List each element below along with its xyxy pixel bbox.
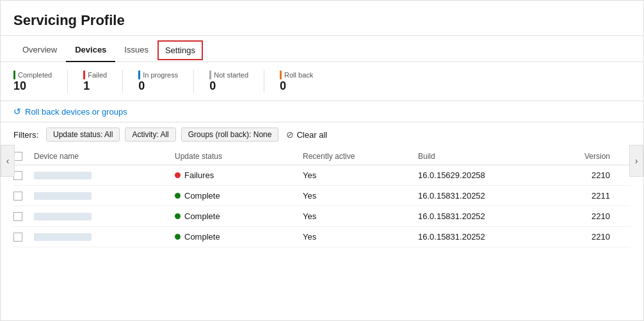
tab-settings[interactable]: Settings bbox=[157, 40, 203, 60]
table-row: Complete Yes 16.0.15831.20252 2210 bbox=[13, 227, 631, 247]
stat-divider-2 bbox=[122, 70, 123, 93]
row4-status-dot bbox=[175, 234, 181, 240]
clear-all-label: Clear all bbox=[296, 130, 327, 140]
row1-status-label: Failures bbox=[184, 170, 214, 180]
nav-left-arrow[interactable]: ‹ bbox=[1, 145, 15, 177]
table-row: Failures Yes 16.0.15629.20258 2210 bbox=[13, 165, 631, 186]
page-title: Servicing Profile bbox=[13, 12, 631, 29]
tabs-bar: Overview Devices Issues Settings bbox=[1, 38, 643, 62]
clear-all-button[interactable]: ⊘ Clear all bbox=[286, 129, 327, 140]
filters-row: Filters: Update status: All Activity: Al… bbox=[1, 122, 643, 147]
tab-devices[interactable]: Devices bbox=[66, 38, 115, 62]
stats-row: Completed 10 Failed 1 In progress 0 Not … bbox=[1, 62, 643, 101]
row4-checkbox bbox=[13, 233, 34, 242]
row2-version: 2211 bbox=[546, 191, 610, 201]
filters-label: Filters: bbox=[13, 130, 38, 140]
in-progress-bar bbox=[138, 70, 140, 79]
header-update-status: Update status bbox=[175, 152, 303, 161]
rollback-row[interactable]: ↺ Roll back devices or groups bbox=[1, 101, 643, 122]
stat-divider-4 bbox=[264, 70, 264, 93]
in-progress-value: 0 bbox=[138, 79, 178, 93]
table-row: Complete Yes 16.0.15831.20252 2210 bbox=[13, 206, 631, 227]
nav-right-arrow[interactable]: › bbox=[629, 145, 643, 177]
row2-checkbox bbox=[13, 192, 34, 201]
row3-version: 2210 bbox=[546, 211, 610, 221]
row3-checkbox bbox=[13, 212, 34, 221]
table-container: Device name Update status Recently activ… bbox=[1, 147, 643, 247]
row4-status: Complete bbox=[175, 232, 303, 242]
tab-overview[interactable]: Overview bbox=[13, 38, 66, 62]
row1-build: 16.0.15629.20258 bbox=[418, 170, 546, 180]
stat-not-started: Not started 0 bbox=[209, 70, 248, 93]
completed-value: 10 bbox=[13, 79, 52, 93]
tab-issues[interactable]: Issues bbox=[115, 38, 157, 62]
row3-status-dot bbox=[175, 213, 181, 219]
header-device-name: Device name bbox=[34, 152, 175, 161]
not-started-value: 0 bbox=[209, 79, 248, 93]
row3-build: 16.0.15831.20252 bbox=[418, 211, 546, 221]
row4-recently-active: Yes bbox=[303, 232, 418, 242]
row2-status: Complete bbox=[175, 191, 303, 201]
failed-bar bbox=[83, 70, 85, 79]
row1-status: Failures bbox=[175, 170, 303, 180]
select-all-checkbox[interactable] bbox=[13, 152, 22, 161]
row1-version: 2210 bbox=[546, 170, 610, 180]
header-version: Version bbox=[546, 152, 610, 161]
row2-status-dot bbox=[175, 193, 181, 199]
row2-recently-active: Yes bbox=[303, 191, 418, 201]
roll-back-bar bbox=[280, 70, 282, 79]
filter-chip-activity[interactable]: Activity: All bbox=[125, 128, 175, 142]
page-container: Servicing Profile Overview Devices Issue… bbox=[0, 0, 644, 321]
header-build: Build bbox=[418, 152, 546, 161]
roll-back-value: 0 bbox=[280, 79, 313, 93]
rollback-label: Roll back devices or groups bbox=[25, 107, 127, 117]
table-header: Device name Update status Recently activ… bbox=[13, 147, 631, 165]
header: Servicing Profile bbox=[1, 1, 643, 36]
row4-version: 2210 bbox=[546, 232, 610, 242]
row3-device-name bbox=[34, 213, 175, 220]
row2-status-label: Complete bbox=[184, 191, 220, 201]
stat-in-progress: In progress 0 bbox=[138, 70, 178, 93]
stat-completed: Completed 10 bbox=[13, 70, 52, 93]
clear-all-icon: ⊘ bbox=[286, 129, 294, 140]
row1-checkbox bbox=[13, 171, 34, 180]
row4-device-name bbox=[34, 233, 175, 241]
filter-chip-update-status[interactable]: Update status: All bbox=[46, 128, 120, 142]
table-row: Complete Yes 16.0.15831.20252 2211 bbox=[13, 186, 631, 206]
filter-chip-groups-rollback[interactable]: Groups (roll back): None bbox=[181, 128, 279, 142]
stat-failed: Failed 1 bbox=[83, 70, 107, 93]
row1-recently-active: Yes bbox=[303, 170, 418, 180]
stat-roll-back: Roll back 0 bbox=[280, 70, 313, 93]
row4-status-label: Complete bbox=[184, 232, 220, 242]
not-started-bar bbox=[209, 70, 211, 79]
row1-device-name bbox=[34, 172, 175, 179]
rollback-icon: ↺ bbox=[13, 106, 21, 117]
stat-divider-1 bbox=[67, 70, 68, 93]
header-recently-active: Recently active bbox=[303, 152, 418, 161]
row3-status-label: Complete bbox=[184, 211, 220, 221]
row3-status: Complete bbox=[175, 211, 303, 221]
row3-recently-active: Yes bbox=[303, 211, 418, 221]
row2-device-name bbox=[34, 192, 175, 200]
failed-value: 1 bbox=[83, 79, 107, 93]
header-checkbox bbox=[13, 152, 34, 161]
completed-bar bbox=[13, 70, 15, 79]
stat-divider-3 bbox=[193, 70, 194, 93]
row4-build: 16.0.15831.20252 bbox=[418, 232, 546, 242]
row2-build: 16.0.15831.20252 bbox=[418, 191, 546, 201]
row1-status-dot bbox=[175, 172, 181, 178]
